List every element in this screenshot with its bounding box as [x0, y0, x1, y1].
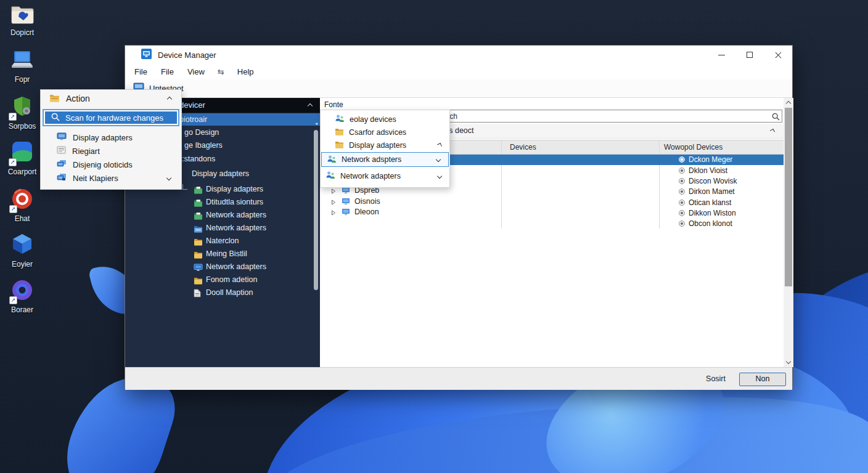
- context-menu-item-selected[interactable]: Network adspters: [321, 152, 449, 167]
- minimize-button[interactable]: [707, 46, 735, 64]
- device-list-item[interactable]: Otican klanst: [659, 198, 784, 208]
- desktop-icon-sorpbos[interactable]: ➚ Sorpbos: [3, 95, 41, 131]
- tree-item[interactable]: Meing Bistlil: [125, 248, 320, 261]
- radio-icon: [679, 210, 685, 216]
- menu-file[interactable]: File: [128, 67, 154, 76]
- desktop-icon-coarport[interactable]: ➚ Coarport: [3, 140, 41, 176]
- document-icon: [57, 146, 66, 156]
- tree-item[interactable]: Network adapters: [125, 209, 320, 222]
- scroll-up-icon[interactable]: [786, 101, 791, 106]
- tree-item[interactable]: Network adapters: [125, 261, 320, 273]
- desktop-icon-ehat[interactable]: ➚ Ehat: [3, 187, 41, 223]
- radio-icon: [679, 200, 685, 206]
- monitor-icon: [57, 132, 67, 143]
- menu-bar: File File View ⇆ Help: [125, 64, 792, 79]
- non-button[interactable]: Non: [739, 373, 786, 386]
- context-menu: eolay devices Csarfor adsvices Display a…: [320, 110, 450, 188]
- device-icon: [342, 208, 350, 217]
- subtree-item[interactable]: Dleoon: [320, 207, 499, 217]
- context-menu-item[interactable]: Csarfor adsvices: [321, 126, 449, 139]
- device-icon: [342, 187, 350, 196]
- close-button[interactable]: [764, 46, 792, 64]
- sync-icon[interactable]: ⇆: [211, 67, 231, 76]
- toolbar: Untestoot: [125, 79, 792, 98]
- desktop-icon-label: Sorpbos: [3, 122, 41, 131]
- menu-file-2[interactable]: File: [154, 67, 181, 76]
- device-list-item[interactable]: Obcon klonot: [659, 219, 784, 229]
- red-target-icon: ➚: [10, 187, 34, 213]
- footer-status: Sosirt: [706, 374, 726, 383]
- expand-triangle-icon[interactable]: [331, 209, 336, 217]
- desktop-icon-label: Eoyier: [3, 260, 41, 269]
- desktop: Dopicrt Fopr ➚ Sorpbos ➚ Coarport ➚ Ehat…: [0, 0, 868, 473]
- tree-item[interactable]: Network adapters: [125, 222, 320, 235]
- device-list-item-selected[interactable]: Dckon Meger: [659, 155, 784, 165]
- action-icon: [49, 94, 60, 104]
- device-list-item[interactable]: Dikkon Wiston: [659, 208, 784, 219]
- tree-scrollbar[interactable]: [314, 130, 318, 290]
- context-menu-item[interactable]: eolay devices: [321, 113, 449, 126]
- section-label: Fonte: [324, 100, 343, 109]
- devices-people-icon: [327, 155, 337, 165]
- desktop-icon-fopr[interactable]: Fopr: [3, 49, 41, 84]
- expand-triangle-icon[interactable]: [331, 198, 336, 207]
- teal-cube-icon: ➚: [10, 140, 35, 166]
- desktop-icon-label: Dopicrt: [3, 28, 41, 37]
- scrollbar-thumb[interactable]: [785, 108, 792, 286]
- context-menu-item[interactable]: Network adapters: [321, 169, 449, 182]
- tree-item[interactable]: Dtitudtla sionturs: [125, 196, 320, 209]
- maximize-icon: [747, 52, 753, 58]
- window-controls: [707, 46, 792, 64]
- device-list-item[interactable]: Dirkon Mamet: [659, 187, 784, 197]
- laptop-icon: [10, 49, 35, 74]
- vertical-scrollbar[interactable]: [784, 98, 793, 367]
- scan-label: Scan for hardware changes: [65, 113, 163, 123]
- title-bar[interactable]: Device Manager: [125, 46, 792, 64]
- action-menu-item[interactable]: Disjenig oloticids: [41, 158, 181, 171]
- tree-item[interactable]: Naterclon: [125, 235, 320, 248]
- folder-icon: [10, 4, 35, 27]
- context-menu-item[interactable]: Display adapters: [321, 139, 449, 152]
- folder-yellow-icon: [335, 140, 344, 150]
- desktop-icon-eoyier[interactable]: Eoyier: [3, 233, 41, 269]
- desktop-icon-label: Boraer: [3, 305, 41, 314]
- desktop-icon-boraer[interactable]: ➚ Boraer: [3, 278, 41, 314]
- device-manager-window: Device Manager File File View ⇆ Help Unt…: [125, 45, 793, 389]
- shortcut-arrow-icon: ➚: [9, 113, 17, 121]
- column-header-devices[interactable]: Devices: [510, 143, 536, 152]
- scroll-down-icon[interactable]: [786, 359, 791, 364]
- column-separator: [501, 140, 502, 228]
- folder-yellow-icon: [335, 127, 344, 137]
- device-list-item[interactable]: Dklon Vioist: [659, 166, 784, 176]
- menu-help[interactable]: Help: [231, 67, 261, 76]
- tree-item[interactable]: Dooll Maption: [125, 286, 320, 299]
- action-menu-item[interactable]: Riegiart: [41, 144, 181, 158]
- green-app-icon: ➚: [10, 95, 35, 121]
- monitors-icon: [57, 160, 67, 170]
- search-icon[interactable]: [772, 112, 780, 123]
- chevron-down-icon: [437, 173, 442, 178]
- desktop-icon-dopicrt[interactable]: Dopicrt: [3, 4, 41, 37]
- radio-icon: [679, 168, 685, 174]
- menu-view[interactable]: View: [181, 67, 211, 76]
- action-menu-header[interactable]: Action: [41, 90, 181, 107]
- expand-triangle-icon[interactable]: [331, 187, 336, 196]
- maximize-button[interactable]: [735, 46, 764, 64]
- blue-cube-icon: [10, 233, 34, 259]
- monitors-icon: [57, 173, 67, 184]
- chevron-up-icon: [437, 143, 442, 148]
- action-menu-item[interactable]: Display adapters: [41, 131, 181, 144]
- scan-for-hardware-changes-item[interactable]: Scan for hardware changes: [43, 109, 179, 126]
- column-header-wowopol-devices[interactable]: Wowopol Devices: [664, 143, 723, 152]
- chevron-up-icon: [308, 103, 313, 108]
- minimize-icon: [718, 55, 725, 55]
- subtree-item[interactable]: Oisnois: [320, 196, 499, 207]
- chevron-down-icon: [166, 176, 171, 180]
- tree-item[interactable]: Fonom adetion: [125, 273, 320, 286]
- shortcut-arrow-icon: ➚: [9, 158, 17, 166]
- close-icon: [775, 52, 782, 59]
- action-menu-item[interactable]: Neit Klapiers: [41, 171, 181, 185]
- device-list-item[interactable]: Discon Wovisk: [659, 176, 784, 187]
- chevron-down-icon: [436, 157, 441, 162]
- action-menu-title: Action: [66, 94, 90, 103]
